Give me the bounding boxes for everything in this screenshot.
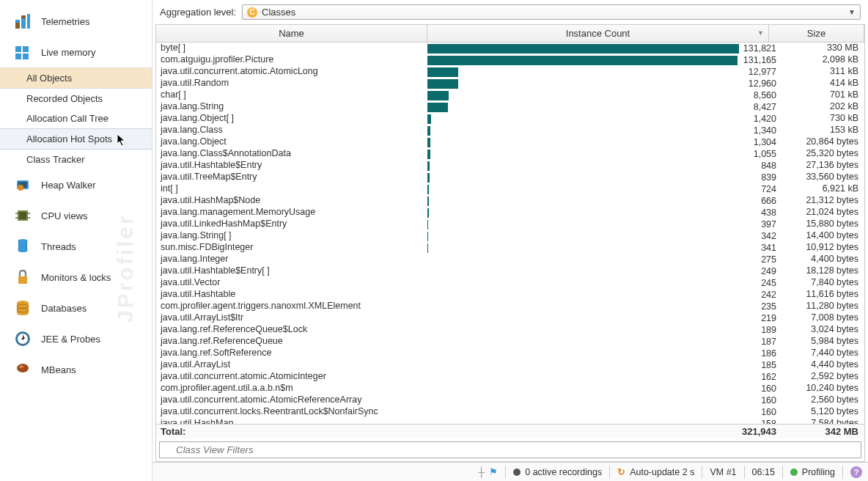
table-row[interactable]: com.jprofiler.agent.util.a.a.b.n$m16010,… bbox=[156, 383, 864, 394]
table-row[interactable]: int[ ]7246,921 kB bbox=[156, 183, 864, 195]
class-view-filter-input[interactable] bbox=[159, 441, 861, 458]
flag-icon[interactable]: ⚑ bbox=[489, 466, 498, 477]
cell-name: java.lang.ref.ReferenceQueue$Lock bbox=[156, 324, 427, 336]
class-badge-icon: C bbox=[247, 7, 257, 18]
help-icon[interactable]: ? bbox=[850, 466, 862, 478]
cell-name: java.util.Hashtable$Entry bbox=[156, 160, 427, 172]
sidebar-item-label: Databases bbox=[41, 303, 87, 314]
sidebar-item-all-objects[interactable]: All Objects bbox=[0, 67, 152, 89]
table-row[interactable]: java.lang.ref.ReferenceQueue1875,984 byt… bbox=[156, 336, 864, 348]
table-row[interactable]: java.util.Random12,960414 kB bbox=[156, 78, 864, 89]
table-row[interactable]: char[ ]8,560701 kB bbox=[156, 89, 864, 101]
table-row[interactable]: java.util.Hashtable$Entry[ ]24918,128 by… bbox=[156, 265, 864, 277]
sidebar-item-class-tracker[interactable]: Class Tracker bbox=[0, 150, 152, 169]
status-autoupdate[interactable]: Auto-update 2 s bbox=[630, 467, 694, 477]
status-bar: ┼ ⚑ 0 active recordings ↻ Auto-update 2 … bbox=[152, 462, 868, 481]
sidebar-item-threads[interactable]: Threads bbox=[0, 231, 152, 262]
cell-count: 341 bbox=[427, 242, 776, 254]
table-row[interactable]: java.lang.Integer2754,400 bytes bbox=[156, 254, 864, 265]
table-row[interactable]: java.lang.ref.SoftReference1867,440 byte… bbox=[156, 348, 864, 359]
column-header-name[interactable]: Name bbox=[156, 25, 427, 42]
sidebar-item-mbeans[interactable]: MBeans bbox=[0, 354, 152, 385]
sidebar-item-allocation-call-tree[interactable]: Allocation Call Tree bbox=[0, 109, 152, 128]
table-row[interactable]: java.lang.String[ ]34214,400 bytes bbox=[156, 230, 864, 242]
table-body[interactable]: byte[ ]131,821330 MBcom.atguigu.jprofile… bbox=[156, 43, 864, 424]
sidebar-item-databases[interactable]: Databases bbox=[0, 293, 152, 323]
sidebar-item-monitors-locks[interactable]: Monitors & locks bbox=[0, 262, 152, 293]
table-row[interactable]: java.util.concurrent.atomic.AtomicIntege… bbox=[156, 371, 864, 383]
telemetries-icon bbox=[13, 12, 32, 31]
cell-size: 18,128 bytes bbox=[776, 265, 864, 277]
cell-count: 160 bbox=[427, 394, 776, 406]
table-row[interactable]: java.util.ArrayList$Itr2197,008 bytes bbox=[156, 312, 864, 324]
sidebar-item-live-memory[interactable]: Live memory bbox=[0, 37, 152, 67]
table-row[interactable]: java.lang.Object1,30420,864 bytes bbox=[156, 136, 864, 148]
table-row[interactable]: com.atguigu.jprofiler.Picture131,1652,09… bbox=[156, 54, 864, 66]
sidebar-item-allocation-hot-spots[interactable]: Allocation Hot Spots bbox=[0, 128, 152, 150]
cell-name: java.util.LinkedHashMap$Entry bbox=[156, 219, 427, 230]
cell-name: java.lang.management.MemoryUsage bbox=[156, 207, 427, 219]
svg-point-27 bbox=[19, 365, 23, 368]
cell-size: 27,136 bytes bbox=[776, 160, 864, 172]
cell-name: java.util.concurrent.atomic.AtomicIntege… bbox=[156, 371, 427, 383]
database-icon bbox=[13, 298, 32, 317]
table-row[interactable]: java.lang.Object[ ]1,420730 kB bbox=[156, 113, 864, 125]
sidebar-item-jee-probes[interactable]: JEE & Probes bbox=[0, 323, 152, 354]
table-row[interactable]: java.util.concurrent.atomic.AtomicRefere… bbox=[156, 394, 864, 406]
cell-size: 11,280 bytes bbox=[776, 301, 864, 312]
cell-count: 848 bbox=[427, 160, 776, 172]
table-row[interactable]: java.util.LinkedHashMap$Entry39715,880 b… bbox=[156, 219, 864, 230]
sidebar-item-recorded-objects[interactable]: Recorded Objects bbox=[0, 89, 152, 109]
aggregation-select[interactable]: C Classes ▼ bbox=[242, 4, 861, 20]
sidebar-item-heap-walker[interactable]: Heap Walker bbox=[0, 169, 152, 200]
cell-name: java.util.Hashtable$Entry[ ] bbox=[156, 265, 427, 277]
cell-count: 245 bbox=[427, 277, 776, 289]
status-vm[interactable]: VM #1 bbox=[710, 467, 736, 477]
table-row[interactable]: java.lang.Class1,340153 kB bbox=[156, 125, 864, 136]
sidebar-item-label: All Objects bbox=[26, 73, 72, 84]
cell-count: 158 bbox=[427, 418, 776, 424]
svg-rect-4 bbox=[27, 14, 30, 29]
sidebar-item-label: Allocation Call Tree bbox=[26, 113, 108, 124]
status-recordings[interactable]: 0 active recordings bbox=[525, 467, 602, 477]
sidebar-item-telemetries[interactable]: Telemetries bbox=[0, 6, 152, 37]
cell-name: java.util.Random bbox=[156, 78, 427, 89]
add-icon[interactable]: ┼ bbox=[478, 467, 485, 477]
cell-size: 414 kB bbox=[776, 78, 864, 89]
table-row[interactable]: java.util.ArrayList1854,440 bytes bbox=[156, 359, 864, 371]
table-row[interactable]: java.util.Vector2457,840 bytes bbox=[156, 277, 864, 289]
cell-size: 730 kB bbox=[776, 113, 864, 125]
table-row[interactable]: java.util.concurrent.locks.ReentrantLock… bbox=[156, 406, 864, 418]
table-row[interactable]: java.util.TreeMap$Entry83933,560 bytes bbox=[156, 172, 864, 183]
cell-name: java.lang.String bbox=[156, 101, 427, 113]
table-row[interactable]: java.util.Hashtable24211,616 bytes bbox=[156, 289, 864, 301]
table-row[interactable]: java.lang.String8,427202 kB bbox=[156, 101, 864, 113]
sidebar-item-cpu-views[interactable]: CPU views bbox=[0, 200, 152, 231]
sidebar-item-label: Threads bbox=[41, 241, 76, 252]
column-header-size[interactable]: Size bbox=[769, 25, 864, 42]
table-row[interactable]: byte[ ]131,821330 MB bbox=[156, 43, 864, 54]
table-row[interactable]: java.lang.management.MemoryUsage43821,02… bbox=[156, 207, 864, 219]
cell-count: 8,427 bbox=[427, 101, 776, 113]
status-profiling[interactable]: Profiling bbox=[802, 467, 835, 477]
cell-size: 10,912 bytes bbox=[776, 242, 864, 254]
table-row[interactable]: com.jprofiler.agent.triggers.nanoxml.XML… bbox=[156, 301, 864, 312]
cell-size: 330 MB bbox=[776, 43, 864, 54]
svg-rect-7 bbox=[15, 54, 21, 59]
table-row[interactable]: java.util.Hashtable$Entry84827,136 bytes bbox=[156, 160, 864, 172]
cell-count: 12,960 bbox=[427, 78, 776, 89]
cell-count: 242 bbox=[427, 289, 776, 301]
column-header-instance-count[interactable]: Instance Count▼ bbox=[427, 25, 769, 42]
cell-size: 2,560 bytes bbox=[776, 394, 864, 406]
table-row[interactable]: java.lang.ref.ReferenceQueue$Lock1893,02… bbox=[156, 324, 864, 336]
cell-count: 724 bbox=[427, 183, 776, 195]
table-row[interactable]: java.util.concurrent.atomic.AtomicLong12… bbox=[156, 66, 864, 78]
cell-count: 160 bbox=[427, 383, 776, 394]
total-count: 321,943 bbox=[727, 426, 776, 437]
table-row[interactable]: java.lang.Class$AnnotationData1,05525,32… bbox=[156, 148, 864, 160]
cell-size: 202 kB bbox=[776, 101, 864, 113]
table-row[interactable]: java.util.HashMap1587,584 bytes bbox=[156, 418, 864, 424]
cell-size: 4,440 bytes bbox=[776, 359, 864, 371]
table-row[interactable]: java.util.HashMap$Node66621,312 bytes bbox=[156, 195, 864, 207]
table-row[interactable]: sun.misc.FDBigInteger34110,912 bytes bbox=[156, 242, 864, 254]
